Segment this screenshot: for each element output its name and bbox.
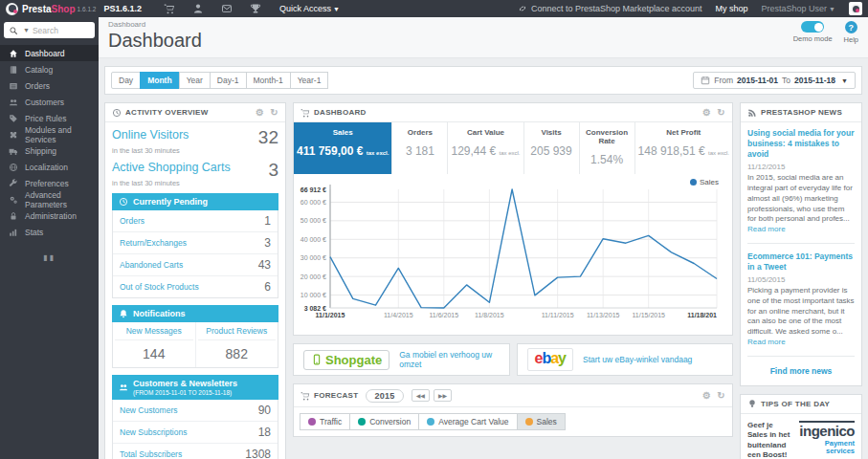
news-article-title[interactable]: Ecommerce 101: Payments in a Tweet [747,251,855,273]
refresh-icon[interactable]: ↻ [717,390,725,401]
refresh-icon[interactable]: ↻ [717,107,725,118]
forecast-legend-sales[interactable]: Sales [517,413,566,430]
metric-visits[interactable]: Visits205 939 [524,122,580,174]
search-scope-caret-icon[interactable]: ▼ [23,27,30,33]
forecast-legend-traffic[interactable]: Traffic [300,413,350,430]
gear-icon[interactable]: ⚙ [702,390,711,401]
date-range-picker[interactable]: From2015-11-01 To2015-11-18 ▼ [693,72,856,89]
pending-row-abandoned-carts[interactable]: Abandoned Carts43 [113,254,278,276]
sidebar-item-catalog[interactable]: Catalog [0,61,99,77]
read-more-link[interactable]: Read more [747,225,786,233]
sidebar-item-shipping[interactable]: Shipping [0,142,99,159]
metric-orders[interactable]: Orders3 181 [392,122,448,174]
news-article-title[interactable]: Using social media for your business: 4 … [747,128,855,160]
metric-cart-value[interactable]: Cart Value129,44 € tax excl. [448,122,523,174]
forecast-legend-avg-cart-value[interactable]: Average Cart Value [418,413,517,430]
sidebar-item-preferences[interactable]: Preferences [0,175,99,191]
quick-access-menu[interactable]: Quick Access▼ [279,4,340,13]
refresh-icon[interactable]: ↻ [270,107,278,118]
forecast-legend-conversion[interactable]: Conversion [349,413,419,430]
sales-line-chart: 3 082 €10 000 €20 000 €30 000 €40 000 €5… [296,178,723,329]
range-button-month-1[interactable]: Month-1 [246,72,291,89]
range-button-year-1[interactable]: Year-1 [290,72,329,89]
lightbulb-icon [747,399,757,408]
conversion-dot [358,418,366,426]
pending-row-returns[interactable]: Return/Exchanges3 [113,232,278,254]
sidebar: ▼ Dashboard Catalog Orders Customers Pri… [0,17,99,459]
ebay-banner: ebay Start uw eBay-winkel vandaag [517,343,734,376]
mail-icon[interactable] [221,3,233,14]
ebay-link[interactable]: Start uw eBay-winkel vandaag [583,355,692,364]
demo-mode-toggle[interactable] [801,21,824,33]
sidebar-item-modules[interactable]: Modules and Services [0,126,99,142]
shop-version-label: PS1.6.1.2 [103,4,142,13]
sidebar-item-administration[interactable]: Administration [0,208,99,224]
cart-icon[interactable] [164,3,175,14]
find-more-news-link[interactable]: Find more news [747,364,855,380]
new-subscriptions-row[interactable]: New Subscriptions18 [113,422,278,444]
svg-text:40 000 €: 40 000 € [300,236,326,243]
help-icon[interactable]: ? [845,21,857,33]
list-icon [9,81,18,91]
cart-icon [300,108,310,118]
active-carts-link[interactable]: Active Shopping Carts [112,161,231,174]
range-button-day-1[interactable]: Day-1 [210,72,247,89]
range-button-day[interactable]: Day [111,72,141,89]
forecast-panel: FORECAST 2015 ◀◀ ▶▶ ⚙ ↻ Traffic Conversi… [293,383,733,437]
total-subscribers-row[interactable]: Total Subscribers1308 [113,444,278,459]
marketplace-link[interactable]: Connect to PrestaShop Marketplace accoun… [518,4,702,13]
sidebar-item-price-rules[interactable]: Price Rules [0,110,99,126]
search-input[interactable] [33,26,85,35]
shopgate-link[interactable]: Ga mobiel en verhoog uw omzet [399,350,499,369]
shopgate-banner: Shopgate Ga mobiel en verhoog uw omzet [293,343,510,376]
trophy-icon[interactable] [250,3,261,14]
svg-text:30 000 €: 30 000 € [300,254,326,261]
svg-text:11/18/201: 11/18/201 [687,312,717,318]
gear-icon[interactable]: ⚙ [702,107,711,118]
new-customers-row[interactable]: New Customers90 [113,400,278,422]
link-icon [518,4,527,13]
range-button-month[interactable]: Month [140,72,180,89]
gear-icon[interactable]: ⚙ [256,107,264,118]
forecast-prev-button[interactable]: ◀◀ [412,389,430,402]
forecast-next-button[interactable]: ▶▶ [434,389,452,402]
sidebar-item-localization[interactable]: Localization [0,159,99,175]
avg-cart-value-dot [427,418,434,426]
users-icon [119,382,128,392]
help-control: ? Help [844,21,858,44]
main-area: Dashboard Dashboard Demo mode ? Help Day… [99,17,868,459]
new-messages-cell[interactable]: New Messages 144 [113,322,195,367]
metric-net-profit[interactable]: Net Profit148 918,51 € tax excl. [635,122,732,174]
search-icon [9,26,18,35]
range-button-year[interactable]: Year [179,72,211,89]
wrench-icon [9,179,18,188]
sidebar-item-orders[interactable]: Orders [0,77,99,94]
customers-rows: New Customers90 New Subscriptions18 Tota… [112,400,278,459]
date-range-toolbar: Day Month Year Day-1 Month-1 Year-1 From… [104,66,862,95]
activity-panel-title: ACTIVITY OVERVIEW [125,108,209,117]
sidebar-item-advanced-parameters[interactable]: Advanced Parameters [0,191,99,208]
news-article-excerpt: Picking a payment provider is one of the… [747,286,855,348]
globe-icon [9,163,18,172]
online-visitors-link[interactable]: Online Visitors [112,128,189,142]
metric-sales[interactable]: Sales411 759,00 € tax excl. [294,122,392,174]
sidebar-item-stats[interactable]: Stats [0,224,99,240]
pending-row-orders[interactable]: Orders1 [113,210,278,232]
breadcrumb: Dashboard [108,20,860,29]
my-shop-link[interactable]: My shop [716,4,748,13]
user-avatar[interactable] [849,2,862,15]
customer-icon[interactable] [192,3,204,14]
sidebar-item-dashboard[interactable]: Dashboard [0,45,99,61]
phone-icon [311,354,323,365]
svg-text:11/8/2015: 11/8/2015 [475,312,504,318]
sidebar-collapse-button[interactable]: ▮▮ [0,253,99,262]
sidebar-search[interactable]: ▼ [4,22,95,38]
pending-rows: Orders1 Return/Exchanges3 Abandoned Cart… [112,210,278,298]
product-reviews-cell[interactable]: Product Reviews 882 [195,322,278,367]
user-menu[interactable]: PrestaShop User▼ [762,4,835,13]
pending-row-out-of-stock[interactable]: Out of Stock Products6 [113,276,278,297]
demo-mode-label: Demo mode [793,34,833,43]
metric-conversion-rate[interactable]: Conversion Rate1.54% [580,122,635,174]
read-more-link[interactable]: Read more [747,338,786,346]
sidebar-item-customers[interactable]: Customers [0,94,99,110]
